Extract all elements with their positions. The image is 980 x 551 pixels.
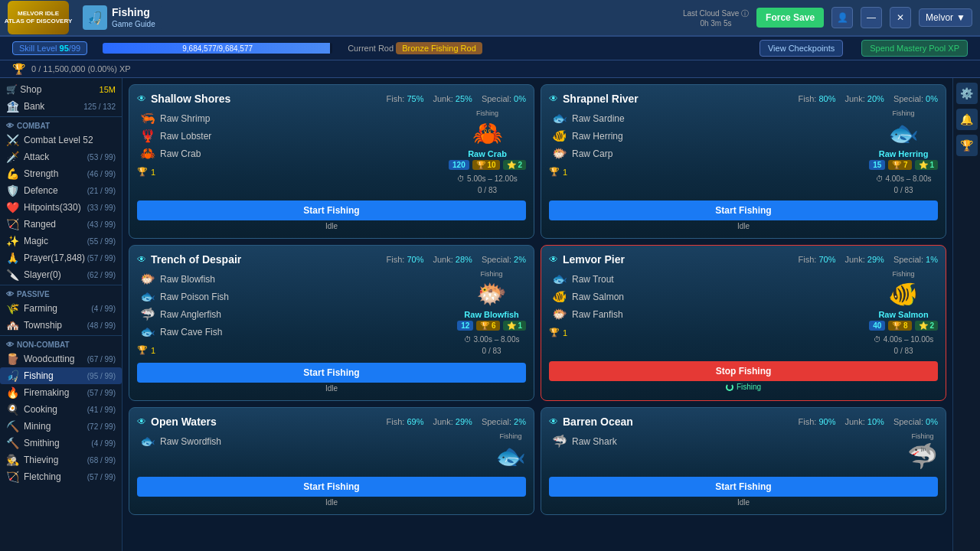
zone-stats-shrapnel: Fish: 80% Junk: 20% Special: 0%: [799, 94, 938, 103]
gold-display: 15M: [100, 85, 116, 94]
badges-shallow: 120 🏆 10 ⭐ 2: [449, 160, 526, 170]
fishing-zones-grid: 👁 Shallow Shores Fish: 75% Junk: 25% Spe…: [122, 78, 952, 551]
zone-visibility-toggle-open[interactable]: 👁: [137, 416, 146, 427]
zone-visibility-toggle-shallow[interactable]: 👁: [137, 93, 146, 104]
time-shallow: ⏱ 5.00s – 12.00s: [457, 174, 517, 183]
sidebar-item-attack[interactable]: 🗡️Attack (53 / 99): [0, 148, 122, 165]
current-fish-icon-trench: 🐡: [476, 279, 507, 308]
sidebar-item-strength[interactable]: 💪Strength (46 / 99): [0, 165, 122, 182]
fanfish-icon: 🐡: [552, 307, 567, 321]
non-combat-section-label: 👁 NON-COMBAT: [0, 337, 122, 350]
fish-list-trench: 🐡Raw Blowfish 🐟Raw Poison Fish 🦈Raw Angl…: [137, 270, 451, 341]
current-fish-icon-barren: 🦈: [907, 442, 938, 471]
status-shrapnel: Idle: [549, 222, 938, 230]
mastery-xp-text: 0 / 11,500,000 (0.00%) XP: [31, 64, 131, 73]
app-header: MELVOR IDLE ATLAS OF DISCOVERY 🎣 Fishing…: [0, 0, 980, 37]
mining-icon: ⛏️: [6, 420, 19, 432]
trophy-shallow: 🏆 1: [137, 167, 443, 177]
fish-list-barren: 🦈Raw Shark: [549, 432, 901, 450]
prayer-icon: 🙏: [6, 252, 19, 264]
sidebar-item-ranged[interactable]: 🏹Ranged (43 / 99): [0, 216, 122, 233]
sidebar: 🛒 Shop 15M 🏦 Bank 125 / 132 👁 COMBAT ⚔️ …: [0, 78, 122, 551]
zone-stats-trench: Fish: 70% Junk: 28% Special: 2%: [387, 255, 526, 264]
zone-visibility-toggle-lemvor[interactable]: 👁: [549, 254, 558, 265]
notifications-panel-button[interactable]: 🔔: [956, 109, 978, 130]
sidebar-item-hitpoints[interactable]: ❤️Hitpoints(330) (33 / 99): [0, 199, 122, 216]
close-icon[interactable]: ✕: [890, 7, 911, 28]
shop-label[interactable]: 🛒 Shop: [6, 84, 41, 95]
smithing-icon: 🔨: [6, 437, 19, 449]
badges-shrapnel: 15 🏆 7 ⭐ 1: [869, 160, 938, 170]
eye-combat-icon[interactable]: 👁: [6, 122, 14, 130]
magic-icon: ✨: [6, 235, 19, 247]
sidebar-item-cooking[interactable]: 🍳Cooking (41 / 99): [0, 401, 122, 418]
mastery-row: 🏆 0 / 11,500,000 (0.00%) XP: [0, 60, 980, 78]
sidebar-item-slayer[interactable]: 🔪Slayer(0) (62 / 99): [0, 266, 122, 283]
sidebar-item-mining[interactable]: ⛏️Mining (72 / 99): [0, 418, 122, 435]
current-fish-icon-open: 🐟: [495, 442, 526, 471]
woodcutting-icon: 🪵: [6, 353, 19, 365]
cooking-icon: 🍳: [6, 403, 19, 416]
zone-visibility-toggle-barren[interactable]: 👁: [549, 416, 558, 427]
defence-icon: 🛡️: [6, 184, 19, 197]
progress-shrapnel: 0 / 83: [894, 186, 913, 194]
trophy-panel-button[interactable]: 🏆: [956, 135, 978, 156]
fish-list-open: 🐟Raw Swordfish: [137, 432, 489, 450]
minus-icon[interactable]: —: [861, 7, 882, 28]
bank-count: 125 / 132: [83, 103, 116, 111]
main-layout: 🛒 Shop 15M 🏦 Bank 125 / 132 👁 COMBAT ⚔️ …: [0, 78, 980, 551]
slayer-icon: 🔪: [6, 269, 19, 281]
sidebar-item-fishing[interactable]: 🎣Fishing (95 / 99): [0, 367, 122, 384]
settings-panel-button[interactable]: ⚙️: [956, 83, 978, 104]
start-fishing-shrapnel-button[interactable]: Start Fishing: [549, 201, 938, 220]
sidebar-item-magic[interactable]: ✨Magic (55 / 99): [0, 233, 122, 249]
time-trench: ⏱ 3.00s – 8.00s: [464, 335, 520, 344]
skill-guide[interactable]: Game Guide: [112, 20, 155, 28]
sidebar-item-farming[interactable]: 🌾Farming (4 / 99): [0, 300, 122, 317]
trophy-trench: 🏆 1: [137, 345, 451, 355]
progress-shallow: 0 / 83: [478, 186, 497, 194]
skill-name-area: Fishing Game Guide: [112, 6, 155, 29]
current-rod-label: Current Rod Bronze Fishing Rod: [348, 44, 482, 53]
spend-mastery-button[interactable]: Spend Mastery Pool XP: [861, 40, 968, 57]
person-icon[interactable]: 👤: [831, 7, 853, 28]
start-fishing-open-button[interactable]: Start Fishing: [137, 477, 526, 497]
zone-stats-lemvor: Fish: 70% Junk: 29% Special: 1%: [799, 255, 938, 264]
status-trench: Idle: [137, 384, 526, 393]
status-lemvor: Fishing: [549, 383, 938, 391]
start-fishing-trench-button[interactable]: Start Fishing: [137, 363, 526, 383]
skill-title: Fishing: [112, 6, 155, 18]
zone-visibility-toggle-shrapnel[interactable]: 👁: [549, 93, 558, 104]
sidebar-item-firemaking[interactable]: 🔥Firemaking (57 / 99): [0, 384, 122, 401]
status-barren: Idle: [549, 498, 938, 507]
start-fishing-shallow-button[interactable]: Start Fishing: [137, 201, 526, 220]
sidebar-item-bank[interactable]: 🏦 Bank 125 / 132: [0, 98, 122, 115]
time-lemvor: ⏱ 4.00s – 10.00s: [874, 335, 933, 344]
zone-visibility-toggle-trench[interactable]: 👁: [137, 254, 146, 265]
stop-fishing-lemvor-button[interactable]: Stop Fishing: [549, 361, 938, 381]
hitpoints-icon: ❤️: [6, 201, 19, 214]
salmon-icon: 🐠: [552, 289, 567, 304]
sidebar-item-prayer[interactable]: 🙏Prayer(17,848) (57 / 99): [0, 249, 122, 266]
xp-bar-text: 9,684,577 / 9,684,577: [103, 43, 332, 54]
eye-noncombat-icon[interactable]: 👁: [6, 341, 14, 349]
sidebar-item-woodcutting[interactable]: 🪵Woodcutting (67 / 99): [0, 350, 122, 367]
sidebar-item-thieving[interactable]: 🕵️Thieving (68 / 99): [0, 452, 122, 468]
skill-xp-bar-row: Skill Level 95/99 9,684,577 / 9,684,577 …: [0, 37, 980, 60]
zone-lemvor-pier: 👁 Lemvor Pier Fish: 70% Junk: 29% Specia…: [541, 245, 946, 401]
sidebar-item-smithing[interactable]: 🔨Smithing (4 / 99): [0, 435, 122, 452]
account-button[interactable]: Melvor ▼: [919, 8, 972, 27]
eye-passive-icon[interactable]: 👁: [6, 290, 14, 298]
view-checkpoints-button[interactable]: View Checkpoints: [760, 40, 843, 57]
badges-trench: 12 🏆 6 ⭐ 1: [457, 321, 526, 331]
force-save-button[interactable]: Force Save: [756, 8, 824, 28]
sidebar-item-fletching[interactable]: 🏹Fletching (57 / 99): [0, 468, 122, 485]
start-fishing-barren-button[interactable]: Start Fishing: [549, 477, 938, 497]
shrimp-icon: 🦐: [140, 111, 155, 126]
herring-icon: 🐠: [552, 129, 567, 143]
zone-barren-ocean: 👁 Barren Ocean Fish: 90% Junk: 10% Speci…: [541, 407, 946, 515]
sidebar-item-township[interactable]: 🏘️Township (48 / 99): [0, 317, 122, 334]
sidebar-item-combat-level[interactable]: ⚔️ Combat Level 52: [0, 132, 122, 148]
sidebar-item-defence[interactable]: 🛡️Defence (21 / 99): [0, 182, 122, 199]
fishing-nav-icon: 🎣: [6, 370, 19, 382]
